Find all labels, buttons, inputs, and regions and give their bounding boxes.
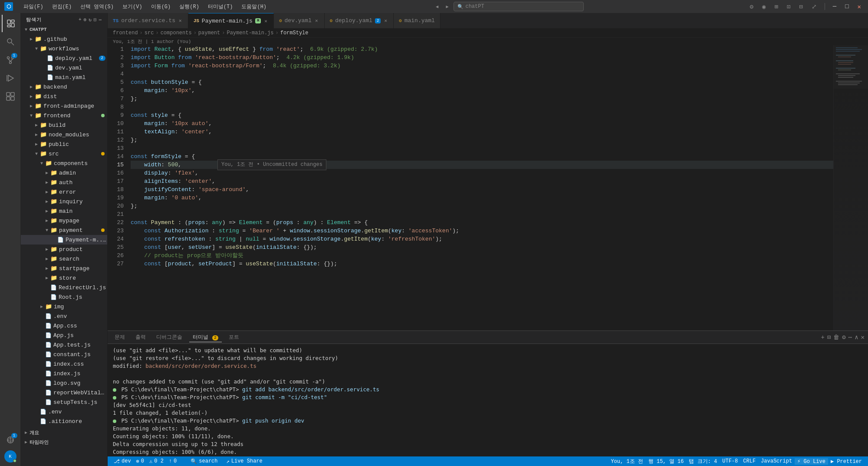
maximize-button[interactable]: □: [842, 2, 851, 11]
terminal-settings-icon[interactable]: ⚙: [842, 334, 845, 341]
tab-payment-main-close[interactable]: ✕: [263, 18, 268, 24]
sidebar-item-product[interactable]: ▶ 📁 product: [21, 245, 107, 254]
status-git-blame-right[interactable]: You, 1조 전: [608, 458, 645, 465]
tab-problems[interactable]: 문제: [111, 333, 128, 342]
tab-debug-console[interactable]: 디버그콘솔: [153, 333, 186, 342]
sidebar-item-env[interactable]: ▶ 📄 .env: [21, 311, 107, 321]
tab-main-yaml[interactable]: ⚙ main.yaml: [394, 13, 441, 28]
breadcrumb-payment[interactable]: payment: [198, 30, 220, 36]
activity-source-control[interactable]: 1: [2, 51, 19, 69]
sidebar-item-img[interactable]: ▶ 📁 img: [21, 302, 107, 311]
sidebar-item-build[interactable]: ▶ 📁 build: [21, 120, 107, 130]
new-folder-icon[interactable]: ⊕: [84, 17, 87, 23]
terminal-content[interactable]: (use "git add <file>..." to update what …: [108, 344, 868, 456]
status-sync[interactable]: ↑ 0: [166, 456, 179, 466]
menu-edit[interactable]: 편집(E): [49, 2, 76, 11]
status-prettier[interactable]: ▶ Prettier: [828, 458, 865, 465]
terminal-close-icon[interactable]: ✕: [861, 334, 865, 341]
breadcrumb-components[interactable]: components: [161, 30, 192, 36]
collapse-icon[interactable]: ⊟: [94, 17, 97, 23]
user-avatar[interactable]: K: [4, 450, 16, 463]
sidebar-item-setup[interactable]: ▶ 📄 setupTests.js: [21, 397, 107, 407]
sidebar-item-front-admin[interactable]: ▶ 📁 front-adminpage: [21, 101, 107, 111]
sidebar-item-mypage[interactable]: ▶ 📁 mypage: [21, 216, 107, 225]
tab-deploy-yaml-close[interactable]: ✕: [383, 17, 388, 24]
settings-icon[interactable]: ⚙: [747, 2, 756, 11]
sidebar-item-aitionore[interactable]: ▶ 📄 .aitionore: [21, 416, 107, 426]
status-encoding[interactable]: UTF-8: [720, 458, 740, 464]
sidebar-item-redirect[interactable]: ▶ 📄 RedirectUrl.js: [21, 283, 107, 292]
account-icon[interactable]: ◉: [760, 2, 768, 11]
fullscreen-icon[interactable]: ⤢: [809, 2, 819, 11]
status-go-live[interactable]: ⚡ Go Live: [795, 458, 828, 465]
sidebar-section-overview[interactable]: ▶ 개요: [21, 428, 107, 437]
status-cursor-position[interactable]: 행 15, 열 16: [646, 458, 687, 465]
breadcrumb-src[interactable]: src: [145, 30, 154, 36]
sidebar-item-root-js[interactable]: ▶ 📄 Root.js: [21, 292, 107, 302]
sidebar-item-error[interactable]: ▶ 📁 error: [21, 187, 107, 197]
sidebar-item-env2[interactable]: ▶ 📄 .env: [21, 407, 107, 416]
sidebar-item-public[interactable]: ▶ 📁 public: [21, 139, 107, 149]
tab-dev-yaml-close[interactable]: ✕: [314, 17, 319, 24]
sidebar-item-app-css[interactable]: ▶ 📄 App.css: [21, 321, 107, 330]
sidebar-item-github[interactable]: ▶ 📁 .github: [21, 34, 107, 44]
sidebar-item-startpage[interactable]: ▶ 📁 startpage: [21, 264, 107, 273]
new-terminal-icon[interactable]: +: [821, 334, 824, 341]
status-language-mode[interactable]: JavaScript: [758, 458, 795, 464]
activity-explorer[interactable]: [2, 15, 19, 32]
new-file-icon[interactable]: +: [79, 17, 82, 23]
tab-dev-yaml[interactable]: ⚙ dev.yaml ✕: [274, 13, 325, 28]
status-errors[interactable]: ⊗ 0: [134, 456, 147, 466]
sidebar-item-backend[interactable]: ▶ 📁 backend: [21, 82, 107, 92]
status-live-share[interactable]: ↗ Live Share: [224, 458, 265, 465]
back-button[interactable]: ◂: [433, 1, 441, 12]
menu-selection[interactable]: 선택 영역(S): [77, 2, 117, 11]
code-area[interactable]: import React, { useState, useEffect } fr…: [127, 45, 833, 330]
sidebar-item-inquiry[interactable]: ▶ 📁 inquiry: [21, 197, 107, 206]
split-icon[interactable]: ⊡: [784, 2, 793, 11]
refresh-icon[interactable]: ↻: [89, 17, 92, 23]
sidebar-item-logo[interactable]: ▶ 📄 logo.svg: [21, 378, 107, 388]
tab-deploy-yaml[interactable]: ⚙ deploy.yaml 2 ✕: [325, 13, 394, 28]
sidebar-item-src[interactable]: ▼ 📁 src: [21, 149, 107, 159]
terminal-more-icon[interactable]: ⋯: [848, 334, 852, 341]
sidebar-item-index-css[interactable]: ▶ 📄 index.css: [21, 359, 107, 369]
kill-terminal-icon[interactable]: 🗑: [833, 334, 839, 341]
sidebar-item-store[interactable]: ▶ 📁 store: [21, 273, 107, 283]
sidebar-item-node-modules[interactable]: ▶ 📁 node_modules: [21, 130, 107, 139]
sidebar-item-root[interactable]: ▼ CHATPT: [21, 25, 107, 34]
sidebar-item-workflows[interactable]: ▼ 📁 workflows: [21, 44, 107, 53]
status-live-share-search[interactable]: 🔍 search: [188, 458, 220, 465]
sidebar-item-frontend[interactable]: ▼ 📁 frontend: [21, 111, 107, 120]
tab-order-service-close[interactable]: ✕: [178, 17, 183, 24]
sidebar-item-components[interactable]: ▼ 📁 components: [21, 159, 107, 168]
breadcrumb-file[interactable]: Payment-main.js: [227, 30, 273, 36]
sidebar-item-main-folder[interactable]: ▶ 📁 main: [21, 206, 107, 216]
status-line-ending[interactable]: CRLF: [740, 458, 758, 464]
status-indentation[interactable]: 탭 크기: 4: [686, 458, 720, 465]
activity-search[interactable]: [2, 33, 19, 50]
tab-ports[interactable]: 포트: [225, 333, 243, 342]
panel-icon[interactable]: ⊟: [796, 2, 805, 11]
forward-button[interactable]: ▸: [444, 1, 451, 12]
minimize-button[interactable]: ─: [830, 2, 839, 11]
terminal-chevron-icon[interactable]: ∧: [855, 334, 858, 341]
global-search-bar[interactable]: 🔍 chatPT: [454, 2, 584, 11]
activity-extensions[interactable]: [2, 88, 19, 105]
menu-help[interactable]: 도움말(H): [238, 2, 270, 11]
menu-terminal[interactable]: 터미널(T): [204, 2, 237, 11]
sidebar-item-dev-yaml[interactable]: ▶ 📄 dev.yaml: [21, 63, 107, 73]
sidebar-item-main-yaml[interactable]: ▶ 📄 main.yaml: [21, 73, 107, 82]
activity-run[interactable]: [2, 69, 19, 87]
menu-go[interactable]: 이동(G): [148, 2, 174, 11]
sidebar-item-deploy-yaml[interactable]: ▶ 📄 deploy.yaml 2: [21, 53, 107, 63]
menu-file[interactable]: 파일(F): [20, 2, 47, 11]
sidebar-item-payment[interactable]: ▼ 📁 payment: [21, 225, 107, 235]
sidebar-item-index-js[interactable]: ▶ 📄 index.js: [21, 369, 107, 378]
layout-icon[interactable]: ⊞: [772, 2, 780, 11]
menu-run[interactable]: 실행(R): [176, 2, 203, 11]
sidebar-item-constant[interactable]: ▶ 📄 constant.js: [21, 350, 107, 359]
more-icon[interactable]: ⋯: [99, 17, 102, 23]
split-terminal-icon[interactable]: ⊟: [827, 334, 831, 341]
sidebar-item-dist[interactable]: ▶ 📁 dist: [21, 92, 107, 101]
